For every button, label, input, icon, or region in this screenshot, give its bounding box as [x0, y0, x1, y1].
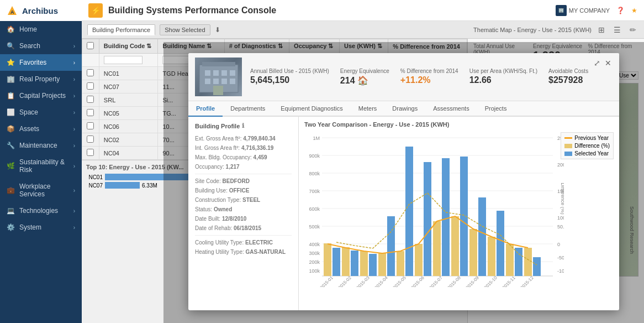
svg-text:500k: 500k — [309, 224, 320, 230]
table-icon[interactable]: ☰ — [611, 24, 623, 35]
sidebar-item-label: Real Property — [19, 75, 60, 83]
sel-bar-8 — [460, 157, 468, 276]
row-checkbox[interactable] — [87, 82, 94, 90]
row-checkbox[interactable] — [87, 69, 94, 76]
tab-profile[interactable]: Profile — [188, 101, 223, 117]
legend-prev-year-label: Previous Year — [574, 135, 609, 141]
company-name: MY COMPANY — [569, 7, 610, 14]
building-code-header[interactable]: Building Code ⇅ — [99, 39, 158, 54]
profile-panel-title: Building Profile ℹ — [195, 122, 292, 129]
modal-expand-btn[interactable]: ⤢ — [593, 58, 601, 69]
select-all-checkbox[interactable] — [87, 42, 94, 49]
tab-assessments[interactable]: Assessments — [425, 101, 477, 117]
archibus-logo-icon: A — [7, 5, 18, 16]
prev-bar-1 — [324, 243, 331, 276]
row-checkbox[interactable] — [87, 109, 94, 116]
company-icon: 🏢 — [556, 5, 567, 16]
chevron-right-icon: › — [73, 208, 75, 214]
building-code-cell: SRL — [99, 93, 158, 107]
header-right: 🏢 MY COMPANY ❓ ★ — [556, 5, 637, 16]
sidebar-item-favorites[interactable]: ⭐ Favorites › — [0, 54, 82, 71]
chevron-right-icon: › — [73, 76, 75, 82]
sel-bar-12 — [533, 257, 541, 276]
prev-bar-3 — [360, 251, 368, 276]
svg-text:2015-03: 2015-03 — [356, 275, 371, 287]
building-performance-tab[interactable]: Building Performance — [87, 24, 155, 35]
chart-legend: Previous Year Difference (%) Selected Ye… — [561, 132, 614, 159]
info-icon[interactable]: ℹ — [242, 122, 244, 129]
tab-meters[interactable]: Meters — [351, 101, 385, 117]
sidebar-item-label: Assets — [19, 125, 39, 133]
svg-text:2015-06: 2015-06 — [410, 275, 426, 287]
search-icon: 🔍 — [7, 42, 15, 50]
prev-bar-10 — [488, 237, 495, 276]
profile-field: Date Built: 12/8/2010 — [195, 214, 292, 223]
show-selected-btn[interactable]: Show Selected — [160, 24, 210, 35]
chart-area: Previous Year Difference (%) Selected Ye… — [304, 132, 614, 298]
sidebar-item-workplace[interactable]: 💼 Workplace Services › — [0, 178, 82, 202]
legend-selected-year: Selected Year — [564, 150, 610, 157]
svg-rect-3 — [202, 62, 235, 66]
page-title: Building Systems Performance Console — [108, 6, 550, 15]
sidebar-item-label: Favorites — [19, 59, 46, 66]
svg-text:400k: 400k — [309, 242, 320, 247]
sidebar-item-capital-projects[interactable]: 📋 Capital Projects › — [0, 87, 82, 104]
row-checkbox[interactable] — [87, 96, 94, 103]
sidebar-item-label: System — [19, 223, 41, 231]
svg-text:1M: 1M — [313, 136, 320, 141]
sidebar-item-assets[interactable]: 📦 Assets › — [0, 121, 82, 137]
legend-selected-year-swatch — [564, 152, 572, 156]
svg-text:2015-07: 2015-07 — [429, 275, 444, 287]
sel-bar-4 — [387, 216, 395, 276]
help-icon[interactable]: ❓ — [616, 7, 625, 14]
workplace-icon: 💼 — [7, 186, 15, 194]
logo-area: A Archibus — [0, 0, 82, 21]
sustainability-icon: 🌿 — [7, 162, 15, 170]
sidebar-item-real-property[interactable]: 🏢 Real Property › — [0, 71, 82, 87]
svg-rect-9 — [213, 79, 219, 84]
profile-field: Cooling Utility Type: ELECTRIC — [195, 238, 292, 247]
main-toolbar: Building Performance Show Selected ⬇ The… — [82, 21, 644, 39]
svg-text:2015-09: 2015-09 — [465, 275, 481, 287]
modal-close-btn[interactable]: ✕ — [604, 58, 613, 69]
sel-bar-11 — [515, 248, 522, 276]
sidebar-item-home[interactable]: 🏠 Home — [0, 21, 82, 38]
download-icon[interactable]: ⬇ — [215, 26, 220, 34]
sidebar-item-technologies[interactable]: 💻 Technologies › — [0, 202, 82, 219]
prev-bar-7 — [433, 221, 441, 276]
tab-equipment-diagnostics[interactable]: Equipment Diagnostics — [273, 101, 351, 117]
profile-field: Construction Type: STEEL — [195, 195, 292, 205]
modal-controls: ⤢ ✕ — [593, 58, 613, 69]
sel-bar-7 — [442, 158, 450, 276]
svg-text:50.00: 50.00 — [557, 224, 564, 230]
tab-departments[interactable]: Departments — [223, 101, 273, 117]
tab-drawings[interactable]: Drawings — [384, 101, 425, 117]
chevron-right-icon: › — [73, 225, 75, 231]
svg-rect-12 — [213, 86, 223, 95]
edit-icon[interactable]: ✏ — [627, 24, 638, 35]
grid-icon[interactable]: ⊞ — [596, 24, 607, 35]
sidebar-item-search[interactable]: 🔍 Search › — [0, 38, 82, 54]
prev-bar-4 — [378, 253, 386, 276]
svg-text:2015-04: 2015-04 — [374, 275, 389, 287]
profile-field: Heating Utility Type: GAS-NATURAL — [195, 247, 292, 257]
row-checkbox[interactable] — [87, 136, 94, 143]
sel-bar-3 — [369, 254, 377, 276]
row-checkbox[interactable] — [87, 149, 94, 156]
sidebar-item-maintenance[interactable]: 🔧 Maintenance › — [0, 137, 82, 154]
star-icon[interactable]: ★ — [631, 7, 637, 14]
svg-rect-8 — [205, 79, 210, 84]
technologies-icon: 💻 — [7, 207, 15, 215]
prev-bar-12 — [524, 248, 532, 276]
profile-field: Date of Rehab: 06/18/2015 — [195, 223, 292, 233]
building-code-cell: NC06 — [99, 120, 158, 133]
svg-text:900k: 900k — [309, 153, 320, 159]
svg-text:100k: 100k — [309, 268, 320, 274]
tab-projects[interactable]: Projects — [477, 101, 515, 117]
sidebar-item-system[interactable]: ⚙️ System › — [0, 219, 82, 236]
code-filter[interactable] — [104, 56, 142, 64]
sidebar-item-space[interactable]: ⬜ Space › — [0, 104, 82, 121]
sidebar-item-sustainability[interactable]: 🌿 Sustainability & Risk › — [0, 154, 82, 178]
bar-label: NC01 — [86, 174, 103, 180]
row-checkbox[interactable] — [87, 122, 94, 129]
